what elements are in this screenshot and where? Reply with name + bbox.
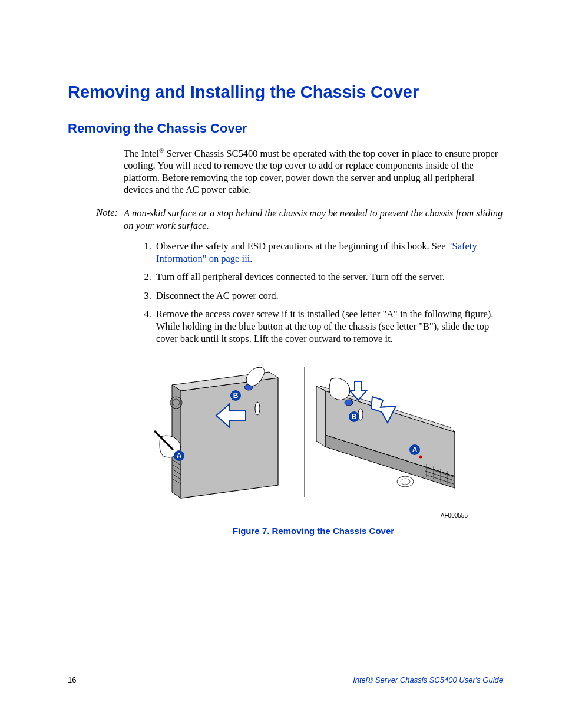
figure-caption: Figure 7. Removing the Chassis Cover <box>124 526 503 536</box>
footer-doc-title: Intel® Server Chassis SC5400 User's Guid… <box>353 676 503 684</box>
step-1-post: . <box>250 253 252 264</box>
callout-a-right: A <box>412 446 418 454</box>
note-block: Note: A non-skid surface or a stop behin… <box>68 207 503 232</box>
page-footer: 16 Intel® Server Chassis SC5400 User's G… <box>68 676 503 684</box>
figure-id: AF000555 <box>124 512 468 519</box>
step-2: Turn off all peripheral devices connecte… <box>154 271 503 283</box>
svg-point-31 <box>345 400 353 406</box>
intro-text-pre: The Intel <box>124 148 159 159</box>
intro-paragraph: The Intel® Server Chassis SC5400 must be… <box>124 147 503 196</box>
page-number: 16 <box>68 676 76 684</box>
svg-point-28 <box>397 476 414 487</box>
callout-a-left: A <box>177 452 182 460</box>
svg-point-29 <box>401 479 410 485</box>
document-page: Removing and Installing the Chassis Cove… <box>0 0 562 728</box>
heading-1: Removing and Installing the Chassis Cove… <box>68 83 503 102</box>
step-1-pre: Observe the safety and ESD precautions a… <box>156 241 448 252</box>
note-body: A non-skid surface or a stop behind the … <box>124 207 503 232</box>
intro-text-post: Server Chassis SC5400 must be operated w… <box>124 148 498 196</box>
svg-marker-1 <box>181 378 278 498</box>
svg-point-11 <box>255 402 260 415</box>
heading-2: Removing the Chassis Cover <box>68 121 503 136</box>
svg-marker-19 <box>316 386 325 447</box>
step-list: Observe the safety and ESD precautions a… <box>137 240 503 345</box>
step-3: Disconnect the AC power cord. <box>154 289 503 302</box>
callout-b-left: B <box>233 391 239 400</box>
note-label: Note: <box>68 207 124 232</box>
svg-point-36 <box>419 455 422 458</box>
figure-block: A B <box>124 361 503 536</box>
callout-b-right: B <box>352 413 357 421</box>
step-1: Observe the safety and ESD precautions a… <box>154 240 503 265</box>
figure-illustration: A B <box>148 361 478 509</box>
step-4: Remove the access cover screw if it is i… <box>154 308 503 345</box>
